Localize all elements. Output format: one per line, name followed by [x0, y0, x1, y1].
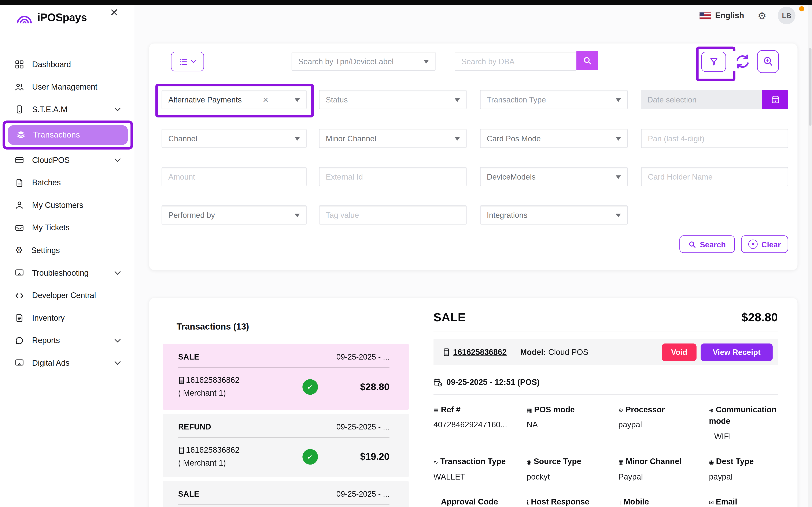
- integrations-placeholder: Integrations: [487, 211, 527, 220]
- transaction-row-sale[interactable]: SALE 09-25-2025 - ...: [163, 481, 409, 507]
- transaction-row-sale-selected[interactable]: SALE 09-25-2025 - ... 161625836862 ( Mer…: [163, 344, 409, 410]
- divider: [178, 437, 389, 438]
- tag-value-input[interactable]: [319, 205, 467, 225]
- sidebar-item-batches[interactable]: Batches: [0, 172, 135, 194]
- card-holder-name-input[interactable]: [641, 167, 788, 186]
- transaction-merchant: ( Merchant 1): [178, 458, 276, 468]
- refresh-icon: [733, 53, 751, 70]
- user-avatar[interactable]: LB: [778, 7, 795, 24]
- status-select[interactable]: Status: [319, 90, 467, 109]
- detail-tpn-link[interactable]: 161625836862: [453, 347, 507, 356]
- dropdown-arrow-icon: [295, 98, 300, 104]
- search-button-label: Search: [700, 240, 726, 249]
- sidebar: iPOSpays ✕ Dashboard User Management S.T…: [0, 0, 135, 507]
- flash-search-icon: [763, 56, 773, 67]
- sidebar-item-label: Settings: [31, 246, 60, 255]
- processor-icon: ⚙: [618, 407, 623, 413]
- transaction-type-select[interactable]: Transaction Type: [480, 90, 627, 109]
- search-icon: [689, 240, 696, 248]
- dropdown-arrow-icon: [616, 137, 621, 143]
- integrations-select[interactable]: Integrations: [480, 205, 627, 225]
- scrollbar-thumb[interactable]: [809, 48, 811, 126]
- sidebar-item-label: Dashboard: [32, 60, 71, 69]
- sidebar-nav: Dashboard User Management S.T.E.A.M Tran…: [0, 53, 135, 374]
- terminal-icon: ▦: [527, 407, 532, 413]
- view-toggle-button[interactable]: [171, 52, 204, 71]
- settings-gear-icon[interactable]: ⚙: [758, 11, 767, 20]
- clear-selection-icon[interactable]: ✕: [263, 96, 274, 104]
- sidebar-item-label: My Tickets: [32, 223, 69, 232]
- file-icon: [15, 178, 24, 187]
- sidebar-item-developer-central[interactable]: Developer Central: [0, 284, 135, 307]
- pan-input[interactable]: [641, 129, 788, 148]
- calendar-button[interactable]: [762, 90, 788, 109]
- card-pos-mode-select[interactable]: Card Pos Mode: [480, 129, 627, 148]
- model-value: Cloud POS: [546, 347, 588, 356]
- sidebar-item-cloudpos[interactable]: CloudPOS: [0, 149, 135, 172]
- field-approval-code: ▭Approval Code 01: [434, 496, 527, 507]
- dashboard-icon: [15, 60, 24, 69]
- sidebar-item-my-tickets[interactable]: My Tickets: [0, 217, 135, 239]
- code-icon: [15, 291, 24, 300]
- users-icon: [15, 83, 24, 92]
- rainbow-logo-icon: [15, 11, 33, 24]
- transaction-date: 09-25-2025 - ...: [336, 490, 389, 498]
- dba-search-button[interactable]: [576, 51, 598, 70]
- external-id-input[interactable]: [319, 167, 467, 186]
- filters-panel: Search by Tpn/DeviceLabel Alternative Pa…: [149, 44, 798, 270]
- filter-button[interactable]: [701, 52, 726, 72]
- dropdown-arrow-icon: [616, 175, 621, 181]
- field-minor-channel: ▦Minor Channel Paypal: [618, 456, 709, 483]
- dba-search-input[interactable]: [455, 52, 576, 71]
- globe-icon: ⊕: [709, 407, 714, 413]
- page-scrollbar[interactable]: [808, 5, 812, 507]
- recording-indicator-dot: [799, 6, 804, 11]
- tpn-device-select[interactable]: Search by Tpn/DeviceLabel: [292, 52, 436, 71]
- sidebar-item-reports[interactable]: Reports: [0, 329, 135, 352]
- transaction-amount: $28.80: [360, 381, 390, 393]
- channel-select[interactable]: Channel: [161, 129, 307, 148]
- close-sidebar-icon[interactable]: ✕: [110, 7, 118, 17]
- field-label: POS mode: [534, 405, 575, 414]
- circle-x-icon: ✕: [748, 239, 758, 249]
- payment-category-select[interactable]: Alternative Payments ✕: [161, 90, 307, 109]
- clear-button[interactable]: ✕ Clear: [741, 235, 788, 253]
- search-button[interactable]: Search: [679, 235, 735, 253]
- sidebar-item-digital-ads[interactable]: Digital Ads: [0, 352, 135, 375]
- inbox-icon: [15, 224, 24, 232]
- sidebar-item-user-management[interactable]: User Management: [0, 76, 135, 99]
- sidebar-item-steam[interactable]: S.T.E.A.M: [0, 99, 135, 121]
- sidebar-item-my-customers[interactable]: My Customers: [0, 194, 135, 217]
- sidebar-item-troubleshooting[interactable]: Troubleshooting: [0, 262, 135, 284]
- quick-search-button[interactable]: [757, 50, 779, 73]
- language-selector[interactable]: English: [715, 11, 744, 20]
- transaction-row-refund[interactable]: REFUND 09-25-2025 - ... 161625836862 ( M…: [163, 414, 409, 477]
- model-label: Model:: [520, 347, 546, 356]
- minor-channel-select[interactable]: Minor Channel: [319, 129, 467, 148]
- sidebar-item-settings[interactable]: ⚙ Settings: [0, 239, 135, 262]
- date-selection-input[interactable]: [641, 90, 762, 109]
- field-host-response-code: ℹHost Response Code 00: [527, 496, 618, 507]
- void-button[interactable]: Void: [662, 343, 697, 361]
- card-icon: ▭: [434, 499, 439, 506]
- field-value: 407284629247160...: [434, 419, 527, 431]
- sidebar-item-inventory[interactable]: Inventory: [0, 307, 135, 329]
- detail-datetime: 09-25-2025 - 12:51 (POS): [446, 378, 540, 387]
- calendar-icon: [771, 95, 780, 104]
- search-icon: [582, 56, 592, 65]
- field-mobile: ▯Mobile +19898989898: [618, 496, 709, 507]
- field-label: Email: [716, 497, 737, 506]
- field-value: Paypal: [618, 471, 709, 483]
- field-ref-number: ▤Ref # 407284629247160...: [434, 404, 527, 443]
- amount-input[interactable]: [161, 167, 307, 186]
- refresh-button[interactable]: [732, 51, 753, 71]
- performed-by-select[interactable]: Performed by: [161, 205, 307, 225]
- sidebar-item-transactions[interactable]: Transactions: [8, 125, 128, 145]
- device-models-select[interactable]: DeviceModels: [480, 167, 627, 186]
- sidebar-item-dashboard[interactable]: Dashboard: [0, 53, 135, 76]
- detail-amount: $28.80: [742, 310, 778, 324]
- sidebar-item-label: S.T.E.A.M: [32, 105, 67, 114]
- dropdown-arrow-icon: [455, 137, 460, 143]
- view-receipt-button[interactable]: View Receipt: [701, 343, 772, 361]
- brand-logo: iPOSpays: [15, 11, 87, 24]
